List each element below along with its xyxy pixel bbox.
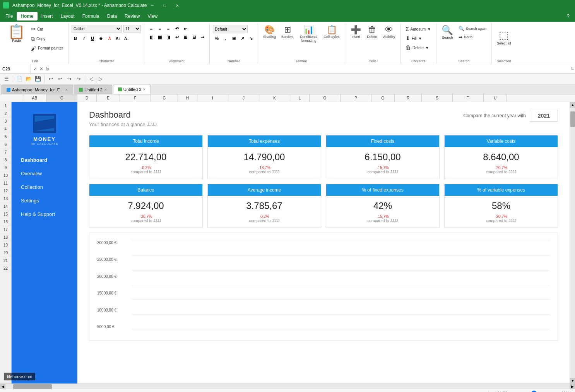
- insert-button[interactable]: ➕ Insert: [348, 23, 364, 40]
- row-17[interactable]: 17: [0, 226, 11, 234]
- align-top-right-button[interactable]: ≡: [164, 25, 172, 33]
- tab-close-untitled3[interactable]: ✕: [143, 87, 146, 91]
- row-16[interactable]: 16: [0, 218, 11, 226]
- decrease-decimal-button[interactable]: ↘: [247, 34, 255, 42]
- col-L[interactable]: L: [290, 94, 310, 102]
- underline-button[interactable]: U: [89, 34, 96, 42]
- col-E[interactable]: E: [97, 94, 120, 102]
- number-format-select[interactable]: Default: [213, 25, 248, 33]
- indent2-button[interactable]: ⇥: [199, 33, 206, 41]
- menu-icon-button[interactable]: ☰: [2, 75, 11, 83]
- row-11[interactable]: 11: [0, 180, 11, 187]
- format-painter-button[interactable]: 🖌 Format painter: [29, 44, 65, 53]
- align-center-button[interactable]: ▣: [156, 33, 164, 41]
- open-button[interactable]: 📂: [24, 75, 33, 83]
- nav-help[interactable]: Help & Support: [12, 207, 77, 221]
- select-all-button[interactable]: ⬚ Select all: [495, 23, 513, 50]
- decrease-font-button[interactable]: A↓: [123, 34, 130, 42]
- row-2[interactable]: 2: [0, 110, 11, 118]
- col-D[interactable]: D: [77, 94, 97, 102]
- cell-cancel-icon[interactable]: ✕: [39, 66, 43, 72]
- row-1[interactable]: 1: [0, 102, 11, 110]
- merge-button[interactable]: ⊞: [181, 33, 189, 41]
- tab-close-untitled2[interactable]: ✕: [104, 88, 107, 92]
- col-H[interactable]: H: [178, 94, 197, 102]
- col-P[interactable]: P: [341, 94, 371, 102]
- row-21[interactable]: 21: [0, 257, 11, 265]
- scroll-thumb[interactable]: [570, 111, 575, 127]
- align-left-button[interactable]: ◧: [147, 33, 155, 41]
- bold-button[interactable]: B: [72, 34, 79, 42]
- percent-button[interactable]: %: [213, 34, 221, 42]
- row-3[interactable]: 3: [0, 118, 11, 125]
- hscroll-track[interactable]: [5, 384, 570, 389]
- formula-resize[interactable]: ⇅: [570, 67, 575, 71]
- menu-file[interactable]: File: [2, 12, 17, 21]
- menu-view[interactable]: View: [144, 12, 161, 21]
- tab-close-ashampoo[interactable]: ✕: [65, 88, 68, 92]
- row-19[interactable]: 19: [0, 241, 11, 249]
- row-18[interactable]: 18: [0, 234, 11, 241]
- row-9[interactable]: 9: [0, 164, 11, 172]
- borders-button[interactable]: ⊞ Borders: [279, 23, 296, 40]
- conditional-formatting-button[interactable]: 📊 Conditional formatting: [297, 23, 320, 44]
- col-J[interactable]: J: [228, 94, 259, 102]
- contents-delete-button[interactable]: 🗑 Delete ▼: [404, 43, 433, 52]
- undo-button[interactable]: ↩: [46, 75, 55, 83]
- row-8[interactable]: 8: [0, 156, 11, 164]
- increase-font-button[interactable]: A↑: [114, 34, 122, 42]
- strikethrough-button[interactable]: S: [97, 34, 105, 42]
- zoom-slider[interactable]: [523, 390, 554, 392]
- align-right-button[interactable]: ◨: [164, 33, 172, 41]
- redo-button[interactable]: ↪: [65, 75, 74, 83]
- font-color-button[interactable]: A: [106, 34, 113, 42]
- hscroll-thumb[interactable]: [13, 384, 52, 389]
- col-Q[interactable]: Q: [371, 94, 395, 102]
- autosum-button[interactable]: Σ Autosum ▼: [404, 25, 433, 33]
- col-O[interactable]: O: [310, 94, 341, 102]
- horizontal-scrollbar[interactable]: ◀ ▶: [0, 383, 575, 389]
- rotate-button[interactable]: ↶: [173, 25, 181, 33]
- tab-untitled3[interactable]: Untitled 3 ✕: [113, 85, 151, 94]
- col-F[interactable]: F: [120, 94, 151, 102]
- menu-data[interactable]: Data: [103, 12, 121, 21]
- help-button[interactable]: ?: [563, 12, 573, 21]
- scroll-up-button[interactable]: ▲: [570, 102, 575, 108]
- scroll-right-button[interactable]: ▶: [570, 384, 575, 389]
- indent-button[interactable]: ⇤: [181, 25, 189, 33]
- fill-button[interactable]: ⬇ Fill ▼: [404, 34, 433, 43]
- col-S[interactable]: S: [422, 94, 453, 102]
- search-button[interactable]: 🔍 Search: [440, 23, 455, 41]
- row-7[interactable]: 7: [0, 149, 11, 156]
- menu-insert[interactable]: Insert: [38, 12, 57, 21]
- copy-button[interactable]: ⧉ Copy: [29, 34, 65, 43]
- row-4[interactable]: 4: [0, 125, 11, 133]
- col-U[interactable]: U: [484, 94, 507, 102]
- row-15[interactable]: 15: [0, 211, 11, 218]
- tab-ashampoo[interactable]: Ashampoo_Money_for_E... ✕: [2, 85, 73, 94]
- comma-button[interactable]: ,: [221, 34, 229, 42]
- col-G[interactable]: G: [151, 94, 178, 102]
- increase-decimal-button[interactable]: ↗: [238, 34, 246, 42]
- row-12[interactable]: 12: [0, 187, 11, 195]
- redo2-button[interactable]: ↪: [74, 75, 83, 83]
- accounting-button[interactable]: ⊞: [230, 34, 238, 42]
- font-name-select[interactable]: Calibri: [72, 25, 122, 33]
- col-I[interactable]: I: [197, 94, 228, 102]
- row-10[interactable]: 10: [0, 172, 11, 180]
- search-again-button[interactable]: 🔍 Search again: [457, 25, 488, 33]
- align-top-left-button[interactable]: ≡: [147, 25, 155, 33]
- select-mode-button[interactable]: ◁: [87, 75, 96, 83]
- close-button[interactable]: ✕: [172, 2, 183, 9]
- paste-button[interactable]: 📋 Paste: [5, 23, 28, 44]
- spreadsheet-grid[interactable]: MONEY for CALCULATE Dashboard Overview C…: [12, 102, 575, 383]
- undo2-button[interactable]: ↩: [56, 75, 64, 83]
- delete-button[interactable]: 🗑 Delete: [365, 23, 380, 40]
- cell-formula-icon[interactable]: fx: [46, 66, 49, 72]
- new-button[interactable]: 📄: [15, 75, 24, 83]
- row-20[interactable]: 20: [0, 249, 11, 257]
- tab-untitled2[interactable]: Untitled 2 ✕: [74, 85, 112, 94]
- cut-button[interactable]: ✂ Cut: [29, 25, 65, 34]
- row-14[interactable]: 14: [0, 203, 11, 211]
- cell-checkmark-icon[interactable]: ✓: [33, 66, 37, 72]
